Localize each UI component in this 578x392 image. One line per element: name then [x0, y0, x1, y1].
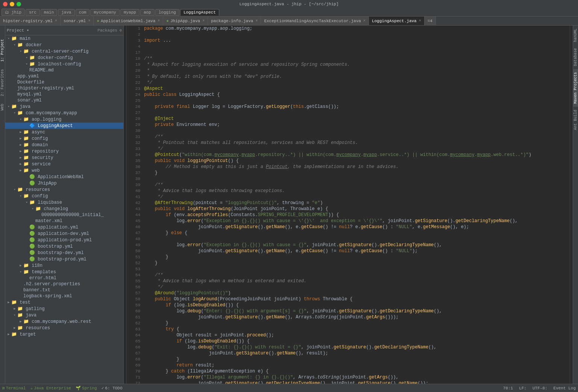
code-line: private Environment env; [143, 122, 570, 128]
tree-item[interactable]: ▶📁 security [5, 154, 123, 161]
maximize-button[interactable] [17, 2, 21, 6]
nav-tab-src[interactable]: src [26, 9, 40, 16]
tree-item[interactable]: error.html [5, 275, 123, 281]
tree-item[interactable]: ▶📁 domain [5, 142, 123, 148]
tree-item[interactable]: ▾📁 docker-config [5, 54, 123, 61]
sidebar-settings-icon[interactable]: ⚙ [120, 28, 122, 33]
tree-item[interactable]: 🟢 ApplicationWebXml [5, 174, 123, 180]
file-tab-appwebxml[interactable]: ●ApplicationWebXml.java× [94, 17, 163, 25]
minimize-button[interactable] [10, 2, 14, 6]
file-tab-exception[interactable]: ExceptionHandlingAsyncTaskExecutor.java× [261, 17, 369, 25]
antbuild-panel-tab[interactable]: Ant Build [573, 107, 578, 133]
tree-item[interactable]: ▶📁 async [5, 129, 123, 135]
event-log[interactable]: Event Log [554, 386, 576, 390]
tree-item[interactable]: ▾📁 aop.logging [5, 116, 123, 123]
database-panel-tab[interactable]: Database [573, 45, 578, 69]
spring-status[interactable]: 🌱 Spring [76, 386, 97, 390]
tree-item[interactable]: ▶📁 test [5, 299, 123, 306]
file-tab-sonar[interactable]: sonar.yml× [61, 17, 94, 25]
tree-item[interactable]: README.md [5, 67, 123, 73]
nav-tab-jhip[interactable]: 🗂 jhip [2, 9, 25, 16]
code-editor[interactable]: package com.mycompany.myapp.aop.logging;… [143, 26, 570, 384]
tree-item[interactable]: 00000000000000_initial_ [5, 212, 123, 218]
tree-item[interactable]: Dockerfile [5, 79, 123, 85]
tree-item[interactable]: banner.txt [5, 287, 123, 293]
close-icon[interactable]: × [158, 19, 160, 23]
tree-item[interactable]: ▶📁 config [5, 135, 123, 142]
tree-item[interactable]: ▾📁 liquibase [5, 199, 123, 206]
line-number: 66 [129, 344, 140, 350]
java-enterprise-status[interactable]: ☕ Java Enterprise [30, 386, 71, 390]
tree-item[interactable]: logback-spring.xml [5, 293, 123, 299]
terminal-status[interactable]: ⊞ Terminal [2, 386, 26, 390]
tree-item[interactable]: ▾📁 central-server-config [5, 48, 123, 54]
tree-item[interactable]: ▾📁 docker [5, 42, 123, 48]
nav-tab-java[interactable]: java [58, 9, 74, 16]
tree-item[interactable]: ▶📁 resources [5, 325, 123, 331]
nav-tab-loggingaspect[interactable]: LoggingAspect [180, 9, 219, 16]
tree-item[interactable]: ▶📁 gatling [5, 306, 123, 312]
tree-item[interactable]: ▾📁 java [5, 312, 123, 318]
tree-item[interactable]: 🟢 bootstrap-dev.yml [5, 250, 123, 256]
close-icon[interactable]: × [363, 19, 366, 23]
nav-tab-mycompany[interactable]: mycompany [90, 9, 119, 16]
nav-tab-main[interactable]: main [41, 9, 57, 16]
close-icon[interactable]: × [88, 19, 90, 23]
nav-tab-myapp[interactable]: myapp [120, 9, 140, 16]
tree-item[interactable]: 🔷 LoggingAspect [5, 123, 123, 129]
tree-item-label: 🟢 bootstrap-dev.yml [29, 250, 84, 256]
tree-item[interactable]: ▶📁 i18n [5, 262, 123, 269]
tree-item[interactable]: ▶📁 repository [5, 148, 123, 154]
close-icon[interactable]: × [202, 19, 205, 23]
close-icon[interactable]: × [55, 19, 57, 23]
tree-item[interactable]: ▾📁 main [5, 35, 123, 42]
close-icon[interactable]: × [255, 19, 258, 23]
nav-tab-com[interactable]: com [76, 9, 90, 16]
tree-item[interactable]: ▶📁 target [5, 331, 123, 338]
tree-item[interactable]: ▾📁 java [5, 103, 123, 110]
close-button[interactable] [3, 2, 8, 6]
tree-item[interactable]: app.yaml [5, 73, 123, 79]
tree-item[interactable]: 🟢 bootstrap.yml [5, 243, 123, 250]
scroll-bar-area[interactable] [570, 26, 573, 384]
packages-tab[interactable]: Packages [97, 28, 117, 33]
code-line: * Advice that logs methods throwing exce… [143, 188, 570, 194]
project-panel-tab[interactable]: 1: Project [0, 37, 5, 64]
tree-item[interactable]: 🟢 bootstrap-prod.yml [5, 256, 123, 262]
tree-item[interactable]: ▾📁 templates [5, 269, 123, 275]
todo-status[interactable]: ✓ 6: TODO [102, 386, 123, 390]
file-tab-hipster[interactable]: hipster-registry.yml× [0, 17, 61, 25]
hanuml-panel-tab[interactable]: hanUML [573, 26, 578, 45]
file-tab-packageinfo[interactable]: package-info.java× [208, 17, 261, 25]
tree-item[interactable]: ▾📁 resources [5, 186, 123, 193]
tree-item[interactable]: 🟢 application.yml [5, 224, 123, 230]
maven-panel-tab[interactable]: Maven Projects [573, 69, 578, 107]
line-number: 42 [129, 200, 140, 206]
nav-tab-aop[interactable]: aop [140, 9, 155, 16]
tree-item[interactable]: ▾📁 localhost-config [5, 61, 123, 67]
line-number: 1 [129, 26, 140, 32]
nav-tab-logging[interactable]: logging [155, 9, 179, 16]
tree-item[interactable]: ▾📁 config [5, 193, 123, 199]
file-tab-loggingaspect[interactable]: LoggingAspect.java× [369, 17, 425, 25]
tree-item[interactable]: ▾📁 changelog [5, 206, 123, 212]
tree-item[interactable]: mysql.yml [5, 91, 123, 97]
tree-item[interactable]: jhipster-registry.yml [5, 85, 123, 91]
tree-item[interactable]: 🟢 application-dev.yml [5, 230, 123, 237]
line-number: 25 [129, 98, 140, 104]
tree-item[interactable]: ▶📁 service [5, 161, 123, 167]
file-tab-more[interactable]: =4 [425, 17, 436, 25]
window-controls[interactable] [3, 2, 21, 6]
tree-item[interactable]: sonar.yml [5, 97, 123, 103]
tree-item[interactable]: master.xml [5, 218, 123, 224]
tree-item[interactable]: ▾📁 com.mycompany.myapp [5, 110, 123, 116]
tree-item[interactable]: 🟢 JhipApp [5, 180, 123, 186]
tree-item[interactable]: .h2.server.properties [5, 281, 123, 287]
favorites-panel-tab[interactable]: 2: Favorites [0, 67, 5, 98]
tree-item[interactable]: 🟢 application-prod.yml [5, 237, 123, 243]
close-icon[interactable]: × [419, 19, 421, 23]
tree-item[interactable]: ▶📁 web [5, 167, 123, 174]
web-panel-tab[interactable]: Web [0, 101, 5, 113]
tree-item[interactable]: ▶📁 com.mycompany.web.rest [5, 318, 123, 325]
file-tab-jhipapp[interactable]: ●JhipApp.java× [163, 17, 208, 25]
